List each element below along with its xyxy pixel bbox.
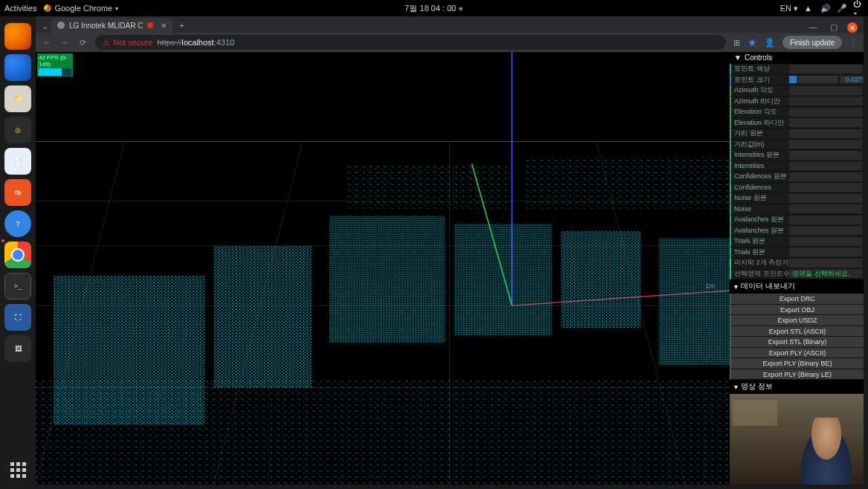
dock-rhythmbox[interactable]: ◎ — [4, 117, 31, 143]
recording-indicator-icon — [147, 22, 153, 28]
svg-rect-16 — [561, 231, 641, 328]
install-app-icon[interactable]: ⊞ — [733, 38, 740, 48]
control-row[interactable]: Confidences — [730, 183, 864, 194]
network-icon[interactable]: ▲ — [804, 3, 814, 13]
control-row[interactable]: Intensities 원본 — [730, 150, 864, 161]
export-button[interactable]: Export PLY (ASCII) — [730, 348, 864, 359]
control-row[interactable]: Noise 원본 — [730, 193, 864, 204]
export-button[interactable]: Export DRC — [730, 294, 864, 305]
finish-update-button[interactable]: Finish update — [782, 36, 842, 49]
summary-row: 선택영역 포인트수영역을 선택하세요. — [730, 269, 864, 280]
control-row[interactable]: Avalanches 원본 — [730, 215, 864, 226]
camera-thumbnail — [730, 394, 864, 485]
volume-icon[interactable]: 🔊 — [820, 3, 831, 13]
dock-writer[interactable]: 📄 — [4, 148, 31, 175]
activities-button[interactable]: Activities — [4, 4, 36, 13]
dock-image[interactable]: 🖼 — [4, 335, 31, 362]
chrome-menu-icon[interactable]: ⋮ — [849, 38, 858, 48]
tab-favicon-icon — [57, 22, 65, 29]
dock-software[interactable]: 🛍 — [4, 179, 31, 206]
clock[interactable]: 7월 18 04 : 00 ● — [405, 3, 463, 14]
lidar-viewer-page: 42 FPS (0-149) 1m — [36, 52, 864, 485]
control-row[interactable]: Avalanches 원본 — [730, 226, 864, 237]
control-row[interactable]: Trials 원본 — [730, 247, 864, 259]
control-row[interactable]: Intensities — [730, 161, 864, 172]
svg-rect-20 — [347, 164, 507, 209]
dock-terminal[interactable]: >_ — [4, 273, 31, 299]
reload-button[interactable]: ⟳ — [77, 38, 88, 48]
lang-indicator[interactable]: EN ▾ — [780, 4, 798, 13]
control-row[interactable]: 포인트 색상 — [730, 64, 864, 75]
export-button[interactable]: Export PLY (Binary BE) — [730, 358, 864, 369]
folder-video[interactable]: ▾ 영상 정보 — [730, 380, 864, 394]
control-row[interactable]: Azimuth 각도 — [730, 85, 864, 97]
dock-files[interactable]: 📁 — [4, 85, 31, 112]
tab-strip: ⌄ LG Innotek MLIDAR C ✕ + — ▢ ✕ — [36, 16, 864, 33]
svg-rect-15 — [454, 224, 552, 336]
new-tab-button[interactable]: + — [174, 18, 189, 33]
url-input[interactable]: ⚠ Not secure https://localhost:4310 — [95, 35, 726, 50]
back-button[interactable]: ← — [42, 38, 52, 47]
folder-export[interactable]: ▾ 데이터 내보내기 — [730, 279, 864, 294]
export-button[interactable]: Export STL (ASCII) — [730, 326, 864, 337]
power-icon[interactable]: ⏻ ▾ — [853, 3, 864, 13]
tab-close-icon[interactable]: ✕ — [161, 22, 167, 30]
address-bar: ← → ⟳ ⚠ Not secure https://localhost:431… — [36, 33, 864, 52]
dock-thunderbird[interactable] — [4, 54, 31, 81]
control-row[interactable]: 거리 원본 — [730, 129, 864, 140]
chrome-window: ⌄ LG Innotek MLIDAR C ✕ + — ▢ ✕ ← → ⟳ ⚠ … — [36, 16, 864, 485]
export-button[interactable]: Export PLY (Binary LE) — [730, 369, 864, 380]
security-indicator[interactable]: ⚠ Not secure — [103, 38, 152, 48]
control-row[interactable]: 거리값(m) — [730, 140, 864, 151]
svg-rect-13 — [213, 246, 312, 388]
export-button[interactable]: Export OBJ — [730, 305, 864, 316]
control-row[interactable]: Azimuth 라디안 — [730, 97, 864, 108]
dock-firefox[interactable] — [4, 23, 31, 50]
control-row[interactable]: Elevation 라디안 — [730, 118, 864, 129]
chrome-icon — [44, 4, 51, 12]
svg-rect-14 — [329, 216, 446, 343]
profile-icon[interactable]: 👤 — [765, 38, 775, 48]
dock-help[interactable]: ? — [4, 210, 31, 237]
control-row[interactable]: Trials 원본 — [730, 236, 864, 247]
bookmark-star-icon[interactable]: ★ — [748, 36, 757, 48]
search-tabs-icon[interactable]: ⌄ — [42, 22, 48, 31]
tab-title: LG Innotek MLIDAR C — [69, 22, 143, 30]
export-button[interactable]: Export STL (Binary) — [730, 337, 864, 348]
summary-row: 마지막 2개 측정거리 — [730, 258, 864, 269]
export-button[interactable]: Export USDZ — [730, 315, 864, 326]
forward-button[interactable]: → — [60, 38, 70, 47]
control-row[interactable]: Noise — [730, 204, 864, 216]
dock-show-apps[interactable] — [4, 456, 31, 483]
control-row[interactable]: 포인트 크기0.027 — [730, 75, 864, 86]
window-minimize-icon[interactable]: — — [806, 22, 820, 33]
dock-screenshot[interactable]: ⛶ — [4, 304, 31, 331]
mic-icon[interactable]: 🎤 — [837, 3, 847, 13]
warning-icon: ⚠ — [103, 38, 110, 48]
gnome-topbar: Activities Google Chrome ▾ 7월 18 04 : 00… — [0, 0, 868, 16]
dock-chrome[interactable] — [4, 242, 31, 268]
control-row[interactable]: Elevation 각도 — [730, 107, 864, 118]
browser-tab[interactable]: LG Innotek MLIDAR C ✕ — [51, 18, 173, 33]
folder-controls[interactable]: ▼ Controls — [730, 52, 864, 64]
window-close-icon[interactable]: ✕ — [847, 22, 858, 33]
control-row[interactable]: Confidences 원본 — [730, 172, 864, 183]
window-maximize-icon[interactable]: ▢ — [826, 22, 841, 33]
svg-rect-19 — [525, 156, 756, 208]
current-app[interactable]: Google Chrome ▾ — [44, 4, 118, 13]
ubuntu-dock: 📁 ◎ 📄 🛍 ? >_ ⛶ 🖼 — [0, 16, 36, 489]
